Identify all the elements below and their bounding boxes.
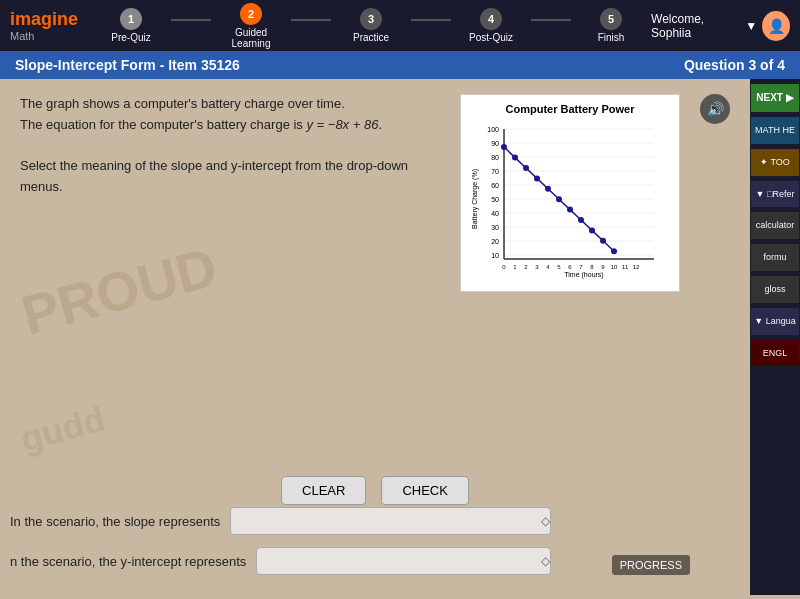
tools-button[interactable]: ✦ TOO [751,149,799,176]
progress-badge: PROGRESS [612,555,690,575]
nav-step-4[interactable]: 4 Post-Quiz [451,8,531,43]
nav-step-2[interactable]: 2 Guided Learning [211,3,291,49]
svg-text:12: 12 [633,264,640,270]
left-panel: PROUD gudd 🔊 The graph shows a computer'… [0,79,750,595]
step-line-4 [531,19,571,21]
question-number: Question 3 of 4 [684,57,785,73]
svg-text:0: 0 [502,264,506,270]
item-bar: Slope-Intercept Form - Item 35126 Questi… [0,51,800,79]
step-circle-3: 3 [360,8,382,30]
math-help-button[interactable]: MATH HE [751,117,799,144]
step-circle-4: 4 [480,8,502,30]
main-content: PROUD gudd 🔊 The graph shows a computer'… [0,79,800,595]
svg-text:6: 6 [568,264,572,270]
top-nav: imagine Math 1 Pre-Quiz 2 Guided Learnin… [0,0,800,51]
step-label-2: Guided Learning [232,27,271,49]
svg-text:60: 60 [491,182,499,189]
data-point-10 [611,248,617,254]
data-point-4 [545,186,551,192]
question-line2: The equation for the computer's battery … [20,115,450,136]
yintercept-dropdown-row: n the scenario, the y-intercept represen… [10,547,550,575]
step-line-2 [291,19,331,21]
svg-text:50: 50 [491,196,499,203]
svg-text:20: 20 [491,238,499,245]
svg-text:30: 30 [491,224,499,231]
next-button[interactable]: NEXT ▶ [751,84,799,112]
reference-button[interactable]: ▼ □Refer [751,181,799,208]
data-point-8 [589,227,595,233]
svg-text:8: 8 [590,264,594,270]
data-point-3 [534,175,540,181]
data-point-0 [501,144,507,150]
svg-text:9: 9 [601,264,605,270]
svg-text:100: 100 [487,126,499,133]
svg-text:11: 11 [622,264,629,270]
question-line3: Select the meaning of the slope and y-in… [20,156,450,198]
step-label-5: Finish [598,32,625,43]
yintercept-label: n the scenario, the y-intercept represen… [10,554,246,569]
watermark-1: PROUD [15,234,223,347]
nav-step-3[interactable]: 3 Practice [331,8,411,43]
step-label-4: Post-Quiz [469,32,513,43]
step-circle-5: 5 [600,8,622,30]
audio-button[interactable]: 🔊 [700,94,730,124]
watermark-2: gudd [16,399,109,460]
formula-button[interactable]: formu [751,244,799,271]
calculator-button[interactable]: calculator [751,212,799,239]
clear-button[interactable]: CLEAR [281,476,366,505]
nav-step-1[interactable]: 1 Pre-Quiz [91,8,171,43]
step-circle-2: 2 [240,3,262,25]
speaker-icon: 🔊 [707,101,724,117]
nav-welcome: Welcome, Sophiia ▼ 👤 [651,11,790,41]
slope-dropdown-row: In the scenario, the slope represents ◇ [10,507,550,535]
y-axis-label: Battery Charge (%) [471,169,479,229]
question-line1: The graph shows a computer's battery cha… [20,94,450,115]
step-line-3 [411,19,451,21]
right-sidebar: NEXT ▶ MATH HE ✦ TOO ▼ □Refer calculator… [750,79,800,595]
data-point-6 [567,207,573,213]
x-axis-label: Time (hours) [564,271,603,279]
nav-steps: 1 Pre-Quiz 2 Guided Learning 3 Practice … [91,3,651,49]
data-point-2 [523,165,529,171]
svg-text:7: 7 [579,264,583,270]
check-button[interactable]: CHECK [381,476,469,505]
chart-svg: Battery Charge (%) Time (hours) [469,119,669,279]
svg-text:4: 4 [546,264,550,270]
dropdown-icon: ▼ [745,19,757,33]
glossary-button[interactable]: gloss [751,276,799,303]
question-text: The graph shows a computer's battery cha… [20,94,450,198]
chart-title: Computer Battery Power [469,103,671,115]
step-circle-1: 1 [120,8,142,30]
item-title: Slope-Intercept Form - Item 35126 [15,57,240,73]
nav-step-5[interactable]: 5 Finish [571,8,651,43]
avatar: 👤 [762,11,790,41]
yintercept-dropdown[interactable] [256,547,551,575]
svg-text:5: 5 [557,264,561,270]
step-line-1 [171,19,211,21]
svg-text:2: 2 [524,264,528,270]
english-button[interactable]: ENGL [751,340,799,367]
chart-container: Computer Battery Power Battery Charge (%… [460,94,680,292]
svg-text:1: 1 [513,264,517,270]
slope-label: In the scenario, the slope represents [10,514,220,529]
svg-text:40: 40 [491,210,499,217]
svg-text:10: 10 [611,264,618,270]
step-label-3: Practice [353,32,389,43]
brand-name: imagine Math [10,9,83,42]
action-row: CLEAR CHECK [281,476,469,505]
svg-text:80: 80 [491,154,499,161]
data-point-5 [556,196,562,202]
data-point-7 [578,217,584,223]
data-point-1 [512,155,518,161]
step-label-1: Pre-Quiz [111,32,150,43]
svg-text:10: 10 [491,252,499,259]
language-button[interactable]: ▼ Langua [751,308,799,335]
slope-dropdown[interactable] [230,507,551,535]
data-point-9 [600,238,606,244]
svg-text:70: 70 [491,168,499,175]
svg-text:90: 90 [491,140,499,147]
svg-text:3: 3 [535,264,539,270]
